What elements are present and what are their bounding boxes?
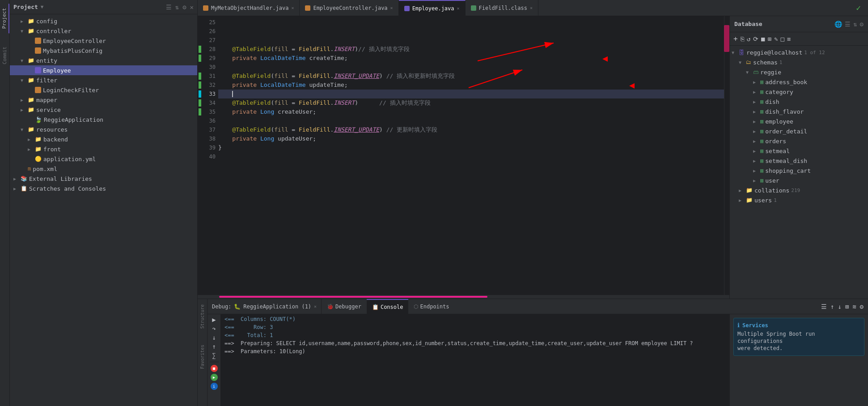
tab-label-empctrl: EmployeeController.java [313, 5, 387, 11]
sidebar-icon1[interactable]: ☰ [166, 4, 172, 11]
db-sync-btn[interactable]: ⟳ [753, 35, 758, 43]
db-stop-btn[interactable]: ■ [761, 35, 765, 43]
bt-icon1[interactable]: ☰ [821, 303, 827, 310]
db-item-collations[interactable]: ▶ 📁 collations 219 [730, 185, 868, 195]
db-sort-icon[interactable]: ☰ [845, 21, 851, 28]
structure-tab[interactable]: Structure [199, 301, 206, 332]
bottom-panel: Structure Favorites Debug: 🐛 ReggieAppli… [198, 299, 868, 406]
db-item-category[interactable]: ▶ ▦ category [730, 87, 868, 97]
tree-item-employeecontroller[interactable]: EmployeeController [10, 36, 197, 46]
db-item-order-detail[interactable]: ▶ ▦ order_detail [730, 126, 868, 136]
debug-close-btn[interactable]: ✕ [314, 304, 317, 309]
tab-close-emp[interactable]: ✕ [457, 6, 460, 11]
db-item-dish[interactable]: ▶ ▦ dish [730, 97, 868, 107]
tab-debugger[interactable]: 🐞 Debugger [322, 299, 367, 314]
tree-item-entity[interactable]: ▼ 📁 entity [10, 56, 197, 65]
tree-item-mapper[interactable]: ▶ 📁 mapper [10, 95, 197, 105]
db-edit-btn[interactable]: ✎ [774, 35, 778, 43]
db-gear-icon[interactable]: ⚙ [860, 21, 864, 28]
sidebar-icon2[interactable]: ⇅ [175, 4, 179, 11]
commit-tab[interactable]: Commit [0, 42, 9, 69]
favorites-tab[interactable]: Favorites [199, 341, 206, 372]
db-item-setmeal-dish[interactable]: ▶ ▦ setmeal_dish [730, 156, 868, 166]
debug-eval-btn[interactable]: ∑ [212, 352, 216, 359]
tree-item-service[interactable]: ▶ 📁 service [10, 105, 197, 115]
tab-fieldfill[interactable]: FieldFill.class ✕ [466, 0, 538, 16]
db-item-schemas[interactable]: ▼ 🗂 schemas 1 [730, 57, 868, 67]
gutter-marker-33 [199, 90, 201, 98]
sidebar-icon3[interactable]: ⚙ [182, 4, 186, 11]
db-item-users[interactable]: ▶ 📁 users 1 [730, 195, 868, 205]
project-sidebar: Project ▼ ☰ ⇅ ⚙ ✕ ▶ 📁 config ▼ [10, 0, 198, 406]
tab-close-fieldfill[interactable]: ✕ [530, 5, 533, 10]
db-item-shopping-cart[interactable]: ▶ ▦ shopping_cart [730, 166, 868, 175]
db-globe-icon[interactable]: 🌐 [834, 21, 842, 28]
bt-settings[interactable]: ⚙ [860, 303, 864, 310]
red-arrow-29: ◀ [602, 54, 608, 63]
db-view-btn[interactable]: □ [780, 35, 784, 43]
db-item-reggie[interactable]: ▼ 🗄 reggie@localhost 1 of 12 [730, 47, 868, 57]
db-item-dish-flavor[interactable]: ▶ ▦ dish_flavor [730, 107, 868, 116]
db-add-btn[interactable]: + [733, 34, 738, 43]
db-item-reggie-schema[interactable]: ▼ 🗃 reggie [730, 67, 868, 77]
debug-step-into-btn[interactable]: ↓ [212, 334, 216, 341]
db-item-address-book[interactable]: ▶ ▦ address_book [730, 77, 868, 87]
endpoints-label: Endpoints [420, 303, 449, 310]
tab-close-mymeta[interactable]: ✕ [291, 5, 294, 10]
code-area[interactable]: @TableField(fill = FieldFill.INSERT)// 插… [218, 16, 724, 295]
project-dropdown-icon[interactable]: ▼ [41, 4, 44, 10]
console-line-4: ==> Preparing: SELECT id,username,name,p… [224, 340, 726, 348]
tree-item-scratches[interactable]: ▶ 📋 Scratches and Consoles [10, 184, 197, 193]
tree-item-filter[interactable]: ▼ 📁 filter [10, 75, 197, 85]
debug-step-out-btn[interactable]: ↑ [212, 343, 216, 350]
tree-item-extlibs[interactable]: ▶ 📚 External Libraries [10, 174, 197, 184]
bt-icon2[interactable]: ↑ [830, 303, 834, 310]
db-item-setmeal[interactable]: ▶ ▦ setmeal [730, 146, 868, 156]
db-item-user[interactable]: ▶ ▦ user [730, 175, 868, 185]
db-copy-btn[interactable]: ⎘ [741, 35, 744, 43]
tree-item-config[interactable]: ▶ 📁 config [10, 16, 197, 26]
tab-label-fieldfill: FieldFill.class [479, 5, 527, 11]
debug-stop-btn[interactable]: ■ [211, 365, 218, 372]
tree-item-pomxml[interactable]: m pom.xml [10, 164, 197, 174]
tab-empctrl[interactable]: EmployeeController.java ✕ [300, 0, 398, 16]
tab-emp[interactable]: Employee.java ✕ [399, 0, 466, 16]
code-line-40 [218, 152, 724, 161]
tab-console[interactable]: 📋 Console [367, 299, 409, 314]
debug-info-btn[interactable]: i [211, 383, 218, 390]
tab-mymeta[interactable]: MyMetaObjectHandler.java ✕ [198, 0, 300, 16]
bt-icon4[interactable]: ⊞ [845, 303, 849, 310]
app-name: ReggieApplication (1) [243, 303, 311, 310]
tree-item-front[interactable]: ▶ 📁 front [10, 144, 197, 154]
debug-resume-btn[interactable]: ▶ [212, 316, 216, 323]
tree-item-employee[interactable]: Employee [10, 65, 197, 75]
db-arrow-icon[interactable]: ⇅ [853, 21, 857, 28]
db-item-orders[interactable]: ▶ ▦ orders [730, 136, 868, 146]
db-item-employee[interactable]: ▶ ▦ employee [730, 116, 868, 126]
debug-resume-round-btn[interactable]: ▶ [211, 374, 218, 381]
project-tab[interactable]: Project [0, 4, 9, 33]
bt-icon3[interactable]: ↓ [838, 303, 841, 310]
gutter-marker-32 [199, 81, 201, 89]
tree-item-backend[interactable]: ▶ 📁 backend [10, 134, 197, 144]
db-refresh-btn[interactable]: ↺ [747, 35, 750, 43]
tree-item-resources[interactable]: ▼ 📁 resources [10, 124, 197, 134]
db-table-shoppingcart-icon: ▦ [760, 167, 763, 174]
tab-close-empctrl[interactable]: ✕ [390, 5, 393, 10]
db-table-btn[interactable]: ⊞ [768, 35, 771, 43]
db-filter-btn[interactable]: ≡ [787, 35, 791, 43]
scrollbar-track[interactable] [724, 16, 729, 295]
console-output[interactable]: <== Columns: COUNT(*) <== Row: 3 <== Tot… [221, 314, 729, 406]
horizontal-scrollbar[interactable] [198, 295, 729, 299]
gutter-marker-28 [199, 46, 201, 53]
tab-endpoints[interactable]: ⬡ Endpoints [408, 299, 454, 314]
tree-item-mybatisplusconfig[interactable]: MybatisPlusConfig [10, 46, 197, 56]
bt-icon5[interactable]: ≋ [852, 303, 856, 310]
sidebar-close[interactable]: ✕ [190, 4, 194, 11]
tree-item-reggieapplication[interactable]: 🍃 ReggieApplication [10, 115, 197, 124]
db-table-dishflavor-icon: ▦ [760, 108, 763, 115]
tree-item-applicationyml[interactable]: 🟡 application.yml [10, 154, 197, 164]
debug-step-over-btn[interactable]: ↷ [212, 325, 216, 332]
tree-item-logincheckfilter[interactable]: LoginCheckFilter [10, 85, 197, 95]
tree-item-controller[interactable]: ▼ 📁 controller [10, 26, 197, 36]
